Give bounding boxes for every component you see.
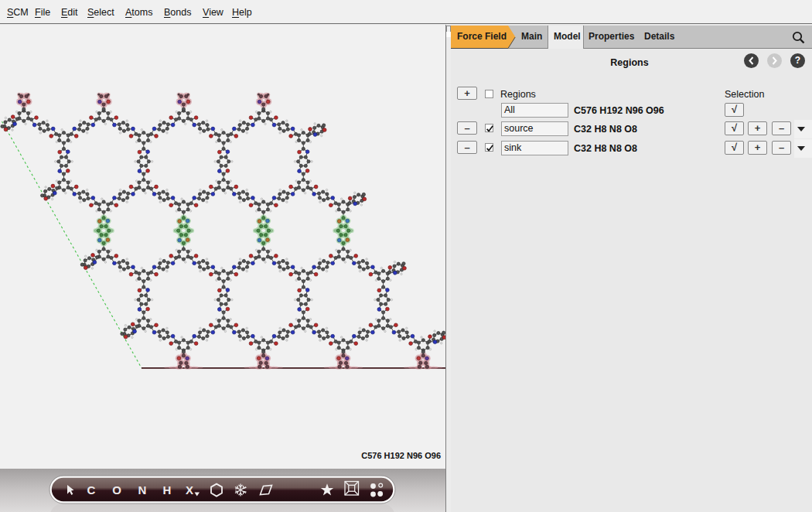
- svg-text:N: N: [138, 483, 147, 497]
- svg-text:X: X: [186, 483, 193, 497]
- svg-text:O: O: [112, 483, 121, 497]
- svg-text:C: C: [87, 483, 96, 497]
- svg-text:H: H: [163, 483, 172, 497]
- svg-text:C576 H192 N96 O96: C576 H192 N96 O96: [361, 451, 441, 460]
